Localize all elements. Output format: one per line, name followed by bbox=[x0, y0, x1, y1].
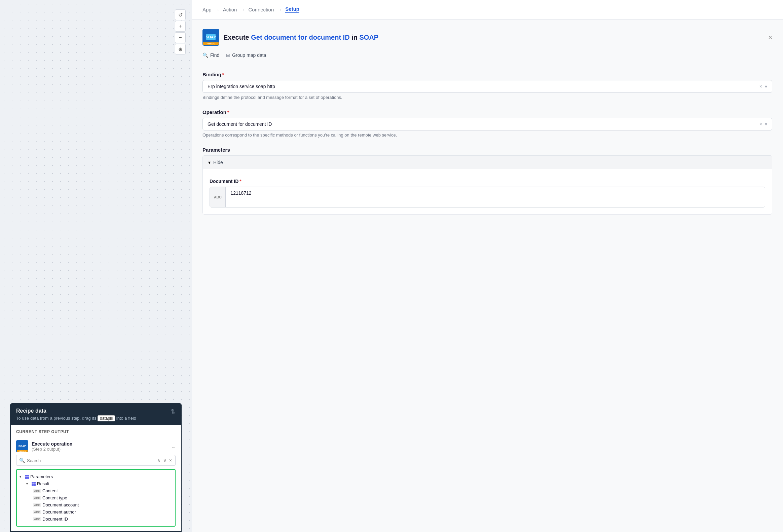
document-id-input[interactable]: 12118712 bbox=[226, 187, 765, 207]
undo-icon: ↺ bbox=[178, 12, 183, 18]
tree-row-content-type[interactable]: ABC Content type bbox=[33, 494, 172, 501]
canvas-area: ↺ + − ⊕ Recipe data To use data from a p… bbox=[0, 0, 192, 532]
binding-label: Binding * bbox=[202, 72, 772, 77]
abc-badge-content: ABC bbox=[33, 489, 41, 493]
group-map-button[interactable]: ⊞ Group map data bbox=[226, 53, 266, 58]
breadcrumb-arrow-3: → bbox=[277, 7, 282, 12]
operation-hint: Operations correspond to the specific me… bbox=[202, 132, 772, 137]
settings-icon[interactable]: ⇅ bbox=[170, 408, 176, 415]
binding-dropdown-icon[interactable]: ▾ bbox=[765, 84, 767, 89]
soap-text: SOAP bbox=[206, 35, 216, 39]
operation-select[interactable]: Get document for document ID × ▾ bbox=[202, 118, 772, 130]
toggle-parameters-icon: ▾ bbox=[20, 475, 24, 478]
execute-app-link[interactable]: SOAP bbox=[359, 34, 379, 41]
grid-icon-parameters bbox=[25, 475, 29, 479]
execute-text: Execute Get document for document ID in … bbox=[223, 34, 378, 41]
breadcrumb-action[interactable]: Action bbox=[223, 7, 237, 12]
step-subtitle: (Step 2 output) bbox=[32, 446, 168, 451]
search-up-button[interactable]: ∧ bbox=[156, 457, 161, 464]
tree-row-document-id[interactable]: ABC Document ID bbox=[33, 515, 172, 523]
right-panel: App → Action → Connection → Setup SOAP P… bbox=[192, 0, 783, 532]
breadcrumb-connection[interactable]: Connection bbox=[248, 7, 274, 12]
step-item[interactable]: SOAP PRIVATE Execute operation (Step 2 o… bbox=[16, 438, 176, 455]
operation-clear-icon[interactable]: × bbox=[759, 121, 762, 127]
binding-required-star: * bbox=[222, 72, 224, 77]
execute-suffix: in bbox=[351, 34, 359, 41]
plus-icon: + bbox=[179, 23, 182, 29]
operation-value: Get document for document ID bbox=[208, 121, 272, 127]
tool-bar: 🔍 Find ⊞ Group map data bbox=[202, 53, 772, 62]
current-step-label: Current step output bbox=[16, 430, 176, 434]
execute-link[interactable]: Get document for document ID bbox=[251, 34, 349, 41]
abc-badge-document-author: ABC bbox=[33, 510, 41, 514]
search-input[interactable] bbox=[27, 458, 154, 463]
recipe-panel-header: Recipe data To use data from a previous … bbox=[11, 404, 181, 425]
find-icon: 🔍 bbox=[202, 53, 208, 58]
binding-clear-icon[interactable]: × bbox=[759, 84, 762, 89]
document-id-label: Document ID * bbox=[210, 179, 765, 184]
operation-select-controls: × ▾ bbox=[759, 121, 767, 127]
search-bar[interactable]: 🔍 ∧ ∨ × bbox=[16, 455, 176, 466]
tree-children-parameters: ▾ Result ABC Content bbox=[26, 480, 172, 523]
document-id-field: Document ID * ABC 12118712 bbox=[210, 179, 765, 208]
tree-row-parameters[interactable]: ▾ Parameters bbox=[20, 473, 172, 480]
step-name: Execute operation bbox=[32, 441, 168, 446]
soap-private-badge: PRIVATE bbox=[203, 42, 219, 45]
recipe-panel: Recipe data To use data from a previous … bbox=[10, 403, 182, 532]
zoom-in-button[interactable]: + bbox=[175, 21, 186, 32]
params-header[interactable]: ▾ Hide bbox=[203, 156, 772, 169]
execute-header: SOAP PRIVATE Execute Get document for do… bbox=[202, 29, 772, 46]
tree-label-document-id: Document ID bbox=[42, 517, 68, 522]
operation-section: Operation * Get document for document ID… bbox=[202, 109, 772, 137]
tree-children-result: ABC Content ABC Content type ABC Documen… bbox=[33, 487, 172, 523]
execute-prefix: Execute bbox=[223, 34, 249, 41]
tree: ▾ Parameters ▾ bbox=[16, 469, 176, 527]
tree-row-document-author[interactable]: ABC Document author bbox=[33, 508, 172, 515]
recipe-panel-description: To use data from a previous step, drag i… bbox=[16, 415, 136, 421]
tree-label-document-account: Document account bbox=[42, 502, 79, 507]
binding-hint: Bindings define the protocol and message… bbox=[202, 95, 772, 100]
recipe-panel-body: Current step output SOAP PRIVATE Execute… bbox=[11, 425, 181, 531]
right-content: SOAP PRIVATE Execute Get document for do… bbox=[192, 20, 783, 532]
operation-dropdown-icon[interactable]: ▾ bbox=[765, 121, 767, 127]
operation-label: Operation * bbox=[202, 109, 772, 115]
search-clear-button[interactable]: × bbox=[168, 457, 173, 464]
group-map-label: Group map data bbox=[232, 53, 266, 58]
tree-row-content[interactable]: ABC Content bbox=[33, 487, 172, 494]
find-button[interactable]: 🔍 Find bbox=[202, 53, 219, 58]
breadcrumb: App → Action → Connection → Setup bbox=[192, 0, 783, 20]
operation-required-star: * bbox=[227, 109, 229, 115]
tree-label-content: Content bbox=[42, 488, 58, 493]
breadcrumb-setup[interactable]: Setup bbox=[285, 6, 299, 13]
params-hide-label: Hide bbox=[213, 160, 223, 165]
document-id-required-star: * bbox=[240, 179, 241, 184]
tree-node-parameters: ▾ Parameters ▾ bbox=[20, 473, 172, 523]
soap-icon-large: SOAP PRIVATE bbox=[202, 29, 219, 46]
binding-select[interactable]: Erp integration service soap http × ▾ bbox=[202, 80, 772, 93]
abc-badge-content-type: ABC bbox=[33, 496, 41, 500]
tree-label-document-author: Document author bbox=[42, 509, 76, 514]
tree-row-document-account[interactable]: ABC Document account bbox=[33, 501, 172, 508]
search-down-button[interactable]: ∨ bbox=[162, 457, 167, 464]
tree-label-content-type: Content type bbox=[42, 495, 67, 500]
params-body: Document ID * ABC 12118712 bbox=[203, 169, 772, 214]
recipe-panel-title: Recipe data bbox=[16, 408, 136, 414]
crosshair-icon: ⊕ bbox=[178, 46, 183, 53]
tree-row-result[interactable]: ▾ Result bbox=[26, 480, 172, 487]
crosshair-button[interactable]: ⊕ bbox=[175, 44, 186, 55]
binding-value: Erp integration service soap http bbox=[208, 84, 275, 89]
breadcrumb-arrow-2: → bbox=[240, 7, 245, 12]
step-chevron-icon: ⌄ bbox=[171, 443, 176, 449]
undo-button[interactable]: ↺ bbox=[175, 9, 186, 20]
close-button[interactable]: × bbox=[768, 34, 772, 41]
datapill-label: datapill bbox=[98, 415, 115, 421]
parameters-label: Parameters bbox=[202, 147, 772, 153]
breadcrumb-app[interactable]: App bbox=[202, 7, 212, 12]
execute-title: SOAP PRIVATE Execute Get document for do… bbox=[202, 29, 378, 46]
canvas-toolbar: ↺ + − ⊕ bbox=[175, 9, 186, 55]
toggle-result-icon: ▾ bbox=[26, 482, 30, 486]
abc-badge-document-id: ABC bbox=[33, 517, 41, 521]
binding-select-controls: × ▾ bbox=[759, 84, 767, 89]
tree-label-parameters: Parameters bbox=[30, 474, 53, 479]
zoom-out-button[interactable]: − bbox=[175, 32, 186, 43]
